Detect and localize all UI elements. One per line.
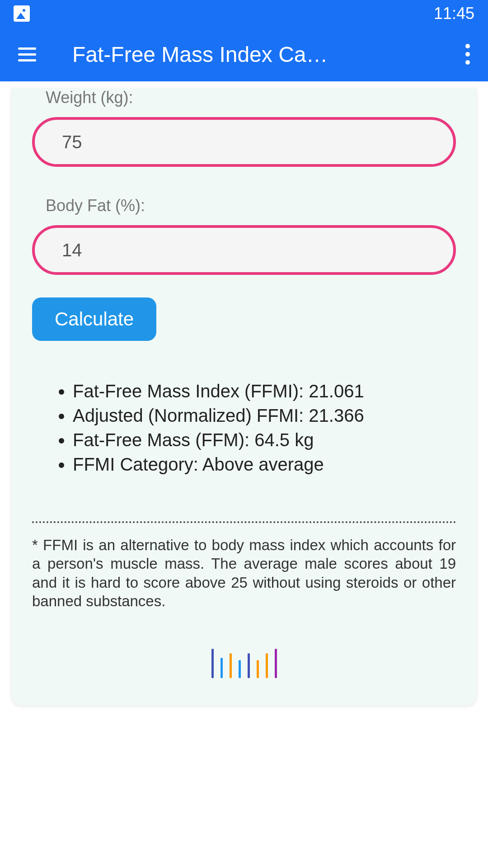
- page-title: Fat-Free Mass Index Ca…: [72, 42, 456, 67]
- image-icon: [14, 5, 30, 22]
- results-list: Fat-Free Mass Index (FFMI): 21.061 Adjus…: [32, 379, 456, 476]
- bodyfat-label: Body Fat (%):: [46, 196, 456, 215]
- result-ffm: Fat-Free Mass (FFM): 64.5 kg: [73, 428, 456, 452]
- weight-input[interactable]: [32, 117, 456, 167]
- status-bar: 11:45: [0, 0, 488, 27]
- content-card: Weight (kg): Body Fat (%): Calculate Fat…: [12, 88, 476, 705]
- weight-label: Weight (kg):: [46, 88, 456, 107]
- app-bar: Fat-Free Mass Index Ca…: [0, 27, 488, 81]
- divider: [32, 521, 456, 523]
- more-vert-icon[interactable]: [465, 44, 470, 65]
- hamburger-menu-icon[interactable]: [18, 47, 36, 61]
- bodyfat-input[interactable]: [32, 225, 456, 275]
- result-adjusted: Adjusted (Normalized) FFMI: 21.366: [73, 404, 456, 427]
- status-bar-left: [14, 5, 30, 22]
- result-category: FFMI Category: Above average: [73, 453, 456, 476]
- result-ffmi: Fat-Free Mass Index (FFMI): 21.061: [73, 379, 456, 403]
- calculate-button[interactable]: Calculate: [32, 297, 156, 341]
- bar-chart-icon: [32, 646, 456, 678]
- status-time: 11:45: [434, 4, 474, 23]
- info-text: * FFMI is an alternative to body mass in…: [32, 536, 456, 610]
